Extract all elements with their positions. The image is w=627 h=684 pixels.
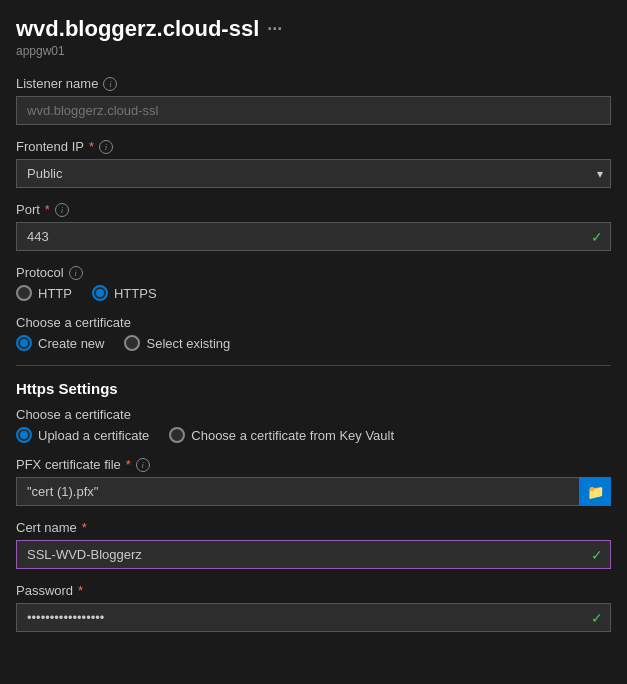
frontend-ip-required: * <box>89 139 94 154</box>
cert-name-wrapper: ✓ <box>16 540 611 569</box>
protocol-http-label: HTTP <box>38 286 72 301</box>
https-settings-section: Https Settings Choose a certificate Uplo… <box>16 380 611 632</box>
page-header: wvd.bloggerz.cloud-ssl ··· appgw01 <box>16 16 611 58</box>
cert-name-required: * <box>82 520 87 535</box>
protocol-https-option[interactable]: HTTPS <box>92 285 157 301</box>
page-title: wvd.bloggerz.cloud-ssl <box>16 16 259 42</box>
protocol-https-label: HTTPS <box>114 286 157 301</box>
key-vault-option[interactable]: Choose a certificate from Key Vault <box>169 427 394 443</box>
create-new-radio[interactable] <box>16 335 32 351</box>
key-vault-label: Choose a certificate from Key Vault <box>191 428 394 443</box>
cert-name-input[interactable] <box>16 540 611 569</box>
pfx-file-label: PFX certificate file * i <box>16 457 611 472</box>
create-new-label: Create new <box>38 336 104 351</box>
port-input-wrapper: ✓ <box>16 222 611 251</box>
password-input[interactable] <box>16 603 611 632</box>
pfx-info-icon[interactable]: i <box>136 458 150 472</box>
folder-icon: 📁 <box>587 484 604 500</box>
protocol-https-radio[interactable] <box>92 285 108 301</box>
choose-cert-group: Choose a certificate Create new Select e… <box>16 315 611 351</box>
key-vault-radio[interactable] <box>169 427 185 443</box>
upload-cert-option[interactable]: Upload a certificate <box>16 427 149 443</box>
choose-cert-label: Choose a certificate <box>16 315 611 330</box>
https-cert-choice-group: Choose a certificate Upload a certificat… <box>16 407 611 443</box>
port-required: * <box>45 202 50 217</box>
port-checkmark-icon: ✓ <box>591 229 603 245</box>
frontend-ip-group: Frontend IP * i Public Private ▾ <box>16 139 611 188</box>
select-existing-radio[interactable] <box>124 335 140 351</box>
cert-name-label: Cert name * <box>16 520 611 535</box>
frontend-ip-label: Frontend IP * i <box>16 139 611 154</box>
choose-cert-radio-group: Create new Select existing <box>16 335 611 351</box>
pfx-folder-button[interactable]: 📁 <box>579 477 611 506</box>
pfx-file-group: PFX certificate file * i 📁 <box>16 457 611 506</box>
frontend-ip-select[interactable]: Public Private <box>16 159 611 188</box>
pfx-input-wrapper: 📁 <box>16 477 611 506</box>
pfx-required: * <box>126 457 131 472</box>
more-options-icon[interactable]: ··· <box>267 19 282 40</box>
section-divider <box>16 365 611 366</box>
password-group: Password * ✓ <box>16 583 611 632</box>
listener-name-input[interactable] <box>16 96 611 125</box>
cert-name-group: Cert name * ✓ <box>16 520 611 569</box>
password-label: Password * <box>16 583 611 598</box>
pfx-file-input[interactable] <box>16 477 611 506</box>
listener-name-group: Listener name i <box>16 76 611 125</box>
create-new-option[interactable]: Create new <box>16 335 104 351</box>
protocol-radio-group: HTTP HTTPS <box>16 285 611 301</box>
password-wrapper: ✓ <box>16 603 611 632</box>
listener-name-info-icon[interactable]: i <box>103 77 117 91</box>
https-cert-choice-label: Choose a certificate <box>16 407 611 422</box>
select-existing-option[interactable]: Select existing <box>124 335 230 351</box>
protocol-info-icon[interactable]: i <box>69 266 83 280</box>
upload-cert-radio[interactable] <box>16 427 32 443</box>
https-settings-title: Https Settings <box>16 380 611 397</box>
port-info-icon[interactable]: i <box>55 203 69 217</box>
frontend-ip-select-wrapper: Public Private ▾ <box>16 159 611 188</box>
protocol-group: Protocol i HTTP HTTPS <box>16 265 611 301</box>
frontend-ip-info-icon[interactable]: i <box>99 140 113 154</box>
protocol-http-option[interactable]: HTTP <box>16 285 72 301</box>
password-required: * <box>78 583 83 598</box>
https-cert-radio-group: Upload a certificate Choose a certificat… <box>16 427 611 443</box>
listener-name-label: Listener name i <box>16 76 611 91</box>
upload-cert-label: Upload a certificate <box>38 428 149 443</box>
select-existing-label: Select existing <box>146 336 230 351</box>
port-group: Port * i ✓ <box>16 202 611 251</box>
protocol-label: Protocol i <box>16 265 611 280</box>
port-label: Port * i <box>16 202 611 217</box>
password-checkmark-icon: ✓ <box>591 610 603 626</box>
port-input[interactable] <box>16 222 611 251</box>
page-subtitle: appgw01 <box>16 44 611 58</box>
cert-name-checkmark-icon: ✓ <box>591 547 603 563</box>
protocol-http-radio[interactable] <box>16 285 32 301</box>
